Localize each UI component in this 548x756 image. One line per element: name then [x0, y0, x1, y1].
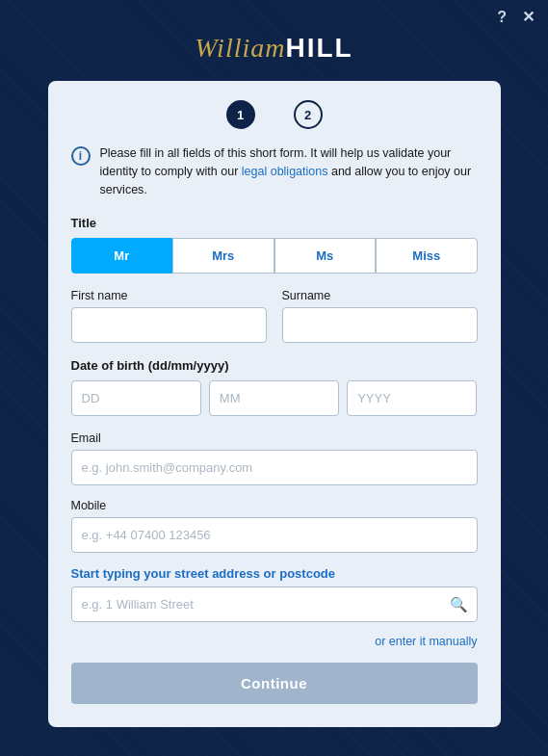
name-row: First name Surname [71, 289, 478, 343]
step-2: 2 [294, 100, 323, 129]
mobile-label: Mobile [71, 499, 478, 512]
dob-row [71, 380, 478, 416]
dob-dd-input[interactable] [71, 380, 201, 416]
first-name-group: First name [71, 289, 267, 343]
info-icon: i [71, 146, 91, 166]
logo-hill: HILL [285, 33, 352, 64]
dob-mm-group [209, 380, 339, 416]
mobile-input[interactable] [71, 517, 478, 553]
continue-button[interactable]: Continue [71, 663, 478, 704]
title-buttons: Mr Mrs Ms Miss [71, 238, 478, 274]
email-group: Email [71, 431, 478, 485]
steps: 1 2 [71, 100, 478, 129]
help-button[interactable]: ? [497, 10, 507, 25]
mobile-group: Mobile [71, 499, 478, 553]
dob-mm-input[interactable] [209, 380, 339, 416]
logo: William HILL [195, 33, 352, 64]
surname-input[interactable] [282, 307, 478, 343]
email-label: Email [71, 431, 478, 445]
title-label: Title [71, 216, 478, 230]
title-mr-button[interactable]: Mr [71, 238, 173, 274]
logo-william: William [195, 33, 285, 64]
info-text: Please fill in all fields of this short … [100, 144, 478, 198]
info-box: i Please fill in all fields of this shor… [71, 144, 478, 198]
title-mrs-button[interactable]: Mrs [172, 238, 274, 274]
address-input[interactable] [71, 587, 478, 622]
surname-label: Surname [282, 289, 478, 302]
enter-manually: or enter it manually [71, 632, 478, 649]
dob-label: Date of birth (dd/mm/yyyy) [71, 358, 478, 373]
address-group: Start typing your street address or post… [71, 566, 478, 622]
enter-manually-link[interactable]: or enter it manually [375, 635, 477, 648]
dob-dd-group [71, 380, 201, 416]
top-bar: ? ✕ [0, 0, 548, 25]
title-ms-button[interactable]: Ms [274, 238, 377, 274]
first-name-input[interactable] [71, 307, 267, 343]
step-1: 1 [226, 100, 255, 129]
close-button[interactable]: ✕ [522, 10, 535, 25]
dob-yyyy-input[interactable] [347, 380, 477, 416]
email-input[interactable] [71, 450, 478, 485]
surname-group: Surname [282, 289, 478, 343]
dob-yyyy-group [347, 380, 477, 416]
first-name-label: First name [71, 289, 267, 302]
title-miss-button[interactable]: Miss [376, 238, 478, 274]
address-input-wrap: 🔍 [71, 587, 478, 622]
address-label: Start typing your street address or post… [71, 566, 478, 581]
form-card: 1 2 i Please fill in all fields of this … [48, 81, 501, 727]
